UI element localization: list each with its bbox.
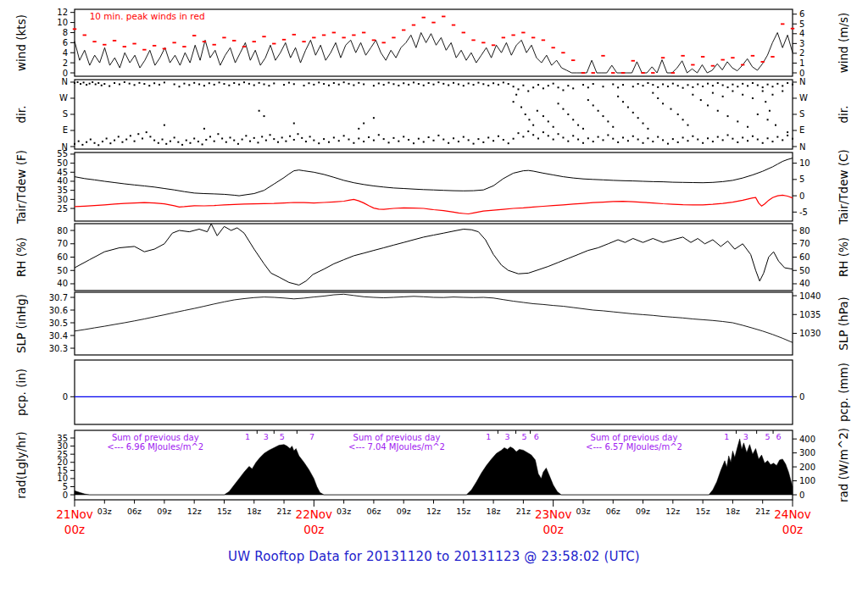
dir-dot xyxy=(383,84,385,86)
annotation-text: <--- 6.96 MJoules/m^2 xyxy=(107,442,203,452)
peak-dash xyxy=(671,72,675,74)
dir-dot xyxy=(607,120,609,122)
dir-dot xyxy=(97,82,99,84)
dir-dot xyxy=(343,135,345,136)
right-tick-label: 10 xyxy=(799,158,810,168)
annotation-text: Sum of previous day xyxy=(591,433,678,442)
right-tick-label: S xyxy=(799,109,804,119)
dir-dot xyxy=(358,82,359,84)
dir-dot xyxy=(408,84,409,86)
right-tick-label: 40 xyxy=(799,279,810,288)
dir-dot xyxy=(353,85,354,86)
dir-dot xyxy=(398,141,399,142)
annotation-text: 3 xyxy=(505,432,510,441)
right-tick-label: E xyxy=(799,125,804,135)
peak-dash xyxy=(123,46,126,47)
wind-direction-scatter xyxy=(74,81,793,146)
dir-dot xyxy=(149,136,151,137)
rh-percent xyxy=(75,224,793,285)
dir-dot xyxy=(617,141,619,143)
peak-dash xyxy=(641,72,644,74)
axis-title-left: SLP (inHg) xyxy=(14,294,28,353)
dir-dot xyxy=(771,141,773,142)
left-tick-label: 0 xyxy=(63,69,68,78)
dir-dot xyxy=(423,141,425,143)
peak-dash xyxy=(521,32,525,34)
annotation-text: 6 xyxy=(534,432,539,441)
dir-dot xyxy=(682,87,684,89)
dir-dot xyxy=(165,143,167,145)
axis-title-right: dir. xyxy=(837,106,850,124)
dir-dot xyxy=(289,136,291,137)
dir-dot xyxy=(243,81,245,83)
dir-dot xyxy=(700,99,702,101)
dir-dot xyxy=(77,81,79,83)
hour-label: 12z xyxy=(187,507,202,516)
left-tick-label: 15 xyxy=(57,466,68,475)
dir-dot xyxy=(528,119,530,120)
left-tick-label: 30.3 xyxy=(49,344,68,353)
day-label-date: 23Nov xyxy=(535,507,572,521)
dir-dot xyxy=(692,136,693,137)
slp-inhg xyxy=(75,294,793,342)
annotation-text: 1 xyxy=(724,432,729,441)
dir-dot xyxy=(787,135,788,136)
dir-dot xyxy=(670,108,671,110)
peak-dash xyxy=(601,55,604,57)
peak-dash xyxy=(771,56,774,58)
dir-dot xyxy=(418,138,420,140)
dir-dot xyxy=(114,140,115,141)
dir-dot xyxy=(598,136,599,138)
dir-dot xyxy=(225,141,227,143)
dir-dot xyxy=(473,143,475,145)
hour-label: 21z xyxy=(277,507,292,516)
dir-dot xyxy=(627,140,629,141)
dir-dot xyxy=(622,101,624,103)
dir-dot xyxy=(134,84,136,86)
dir-dot xyxy=(368,136,370,138)
peak-dash xyxy=(502,37,505,39)
dir-dot xyxy=(428,82,430,84)
left-tick-label: N xyxy=(62,77,68,86)
peak-dash xyxy=(262,36,265,37)
panel-border xyxy=(75,80,793,149)
day-label-date: 22Nov xyxy=(296,507,333,521)
peak-dash xyxy=(791,28,794,30)
dir-dot xyxy=(757,114,759,115)
left-tick-label: 45 xyxy=(57,168,68,177)
dir-dot xyxy=(558,86,559,88)
peak-dash xyxy=(312,37,315,39)
dir-dot xyxy=(228,85,230,86)
wind-speed-kts xyxy=(75,33,793,74)
right-tick-label: 0 xyxy=(799,392,804,402)
dir-dot xyxy=(83,81,85,83)
dir-dot xyxy=(757,139,759,141)
peak-dash xyxy=(83,35,86,36)
dir-dot xyxy=(95,83,97,85)
dir-dot xyxy=(767,137,769,139)
dir-dot xyxy=(209,82,210,84)
left-tick-label: E xyxy=(63,125,68,135)
right-tick-label: 1030 xyxy=(799,329,821,338)
dir-dot xyxy=(205,139,207,141)
hour-label: 12z xyxy=(426,507,441,516)
dir-dot xyxy=(468,139,470,141)
dir-dot xyxy=(328,141,330,143)
left-tick-label: S xyxy=(63,109,68,119)
annotation-text: 1 xyxy=(486,432,491,441)
peak-dash xyxy=(103,44,106,46)
dir-dot xyxy=(697,139,698,141)
dir-dot xyxy=(587,137,589,139)
dir-dot xyxy=(453,82,454,84)
dir-dot xyxy=(782,85,783,86)
dir-dot xyxy=(727,86,729,88)
dir-dot xyxy=(767,119,769,120)
dir-dot xyxy=(775,125,776,126)
dir-dot xyxy=(313,140,314,141)
axis-title-left: rad(Lgly/hr) xyxy=(14,431,28,498)
dir-dot xyxy=(617,96,619,97)
dir-dot xyxy=(498,84,499,86)
left-tick-label: 55 xyxy=(57,149,68,158)
dir-dot xyxy=(253,137,255,139)
dir-dot xyxy=(667,86,669,87)
